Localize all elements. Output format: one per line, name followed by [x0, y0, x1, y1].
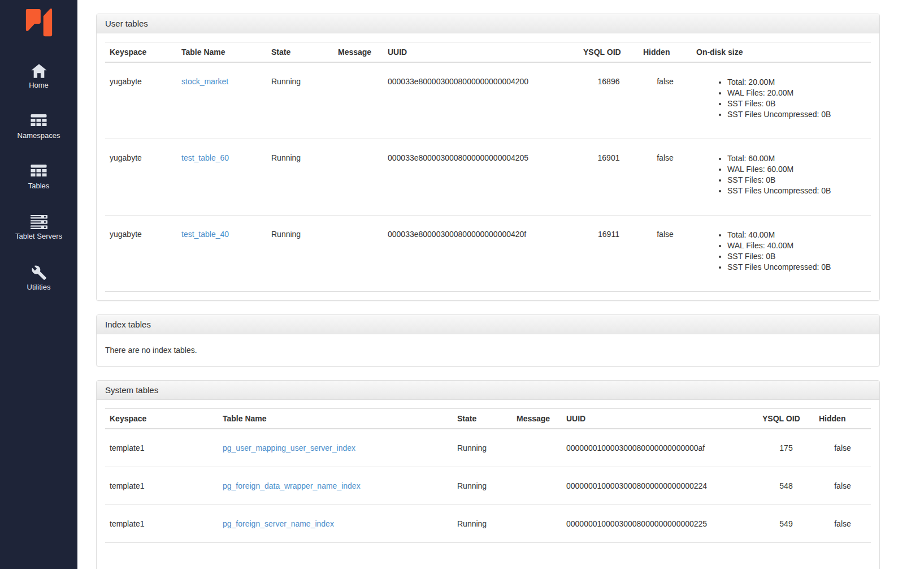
ysql-oid-cell: 16911 — [579, 215, 639, 292]
table-grid-icon — [30, 164, 47, 179]
keyspace-cell: template1 — [105, 505, 218, 543]
keyspace-cell: yugabyte — [105, 62, 177, 139]
uuid-cell: 00000001000030008000000000000225 — [562, 505, 758, 543]
system-tables-header: KeyspaceTable NameStateMessageUUIDYSQL O… — [105, 409, 871, 429]
table-name-link[interactable]: pg_foreign_server_name_index — [223, 519, 334, 528]
column-header: Hidden — [814, 409, 871, 429]
state-cell: Running — [267, 215, 333, 292]
table-name-cell: pg_foreign_server_name_index — [218, 505, 453, 543]
hidden-cell: false — [814, 505, 871, 543]
header-row: KeyspaceTable NameStateMessageUUIDYSQL O… — [105, 409, 871, 429]
sidebar-item-label: Tablet Servers — [15, 232, 62, 240]
yugabyte-logo[interactable] — [24, 8, 54, 38]
yugabyte-logo-icon — [24, 8, 54, 38]
column-header: Keyspace — [105, 409, 218, 429]
state-cell: Running — [453, 505, 512, 543]
column-header: UUID — [383, 42, 579, 63]
sidebar-item-label: Namespaces — [18, 132, 60, 139]
system-tables-panel-title: System tables — [97, 381, 879, 400]
table-row: template1 pg_foreign_data_wrapper_name_i… — [105, 467, 871, 505]
sidebar-item-namespaces[interactable]: Namespaces — [18, 114, 60, 139]
system-tables-body: template1 pg_user_mapping_user_server_in… — [105, 429, 871, 543]
on-disk-item: SST Files Uncompressed: 0B — [727, 262, 866, 273]
sidebar-item-home[interactable]: Home — [29, 63, 49, 89]
on-disk-item: Total: 40.00M — [727, 230, 866, 240]
sidebar-item-tables[interactable]: Tables — [28, 164, 50, 189]
message-cell — [512, 467, 562, 505]
hidden-cell: false — [639, 62, 692, 139]
wrench-icon — [31, 265, 47, 281]
on-disk-item: Total: 20.00M — [727, 77, 866, 88]
table-row: template1 pg_user_mapping_user_server_in… — [105, 429, 871, 467]
on-disk-size-list: Total: 40.00MWAL Files: 40.00MSST Files:… — [696, 230, 866, 273]
header-row: KeyspaceTable NameStateMessageUUIDYSQL O… — [105, 42, 871, 63]
keyspace-cell: template1 — [105, 467, 218, 505]
user-tables-body: yugabyte stock_market Running 000033e800… — [105, 62, 871, 292]
on-disk-size-cell: Total: 40.00MWAL Files: 40.00MSST Files:… — [692, 215, 871, 292]
table-name-link[interactable]: pg_user_mapping_user_server_index — [223, 443, 355, 452]
column-header: On-disk size — [692, 42, 871, 63]
column-header: YSQL OID — [579, 42, 639, 63]
sidebar-item-tablet-servers[interactable]: Tablet Servers — [15, 214, 62, 240]
user-tables-table: KeyspaceTable NameStateMessageUUIDYSQL O… — [105, 42, 871, 292]
keyspace-cell: yugabyte — [105, 215, 177, 292]
column-header: Keyspace — [105, 42, 177, 63]
index-tables-panel-body: There are no index tables. — [97, 334, 879, 366]
message-cell — [333, 215, 383, 292]
table-name-link[interactable]: stock_market — [181, 77, 228, 86]
hidden-cell: false — [814, 467, 871, 505]
index-tables-panel-title: Index tables — [97, 315, 879, 334]
user-tables-header: KeyspaceTable NameStateMessageUUIDYSQL O… — [105, 42, 871, 63]
on-disk-size-list: Total: 20.00MWAL Files: 20.00MSST Files:… — [696, 77, 866, 120]
on-disk-item: Total: 60.00M — [727, 153, 866, 164]
user-tables-panel-body: KeyspaceTable NameStateMessageUUIDYSQL O… — [97, 33, 879, 300]
column-header: State — [453, 409, 512, 429]
sidebar-item-label: Home — [29, 81, 49, 89]
on-disk-item: WAL Files: 20.00M — [727, 88, 866, 98]
on-disk-size-list: Total: 60.00MWAL Files: 60.00MSST Files:… — [696, 153, 866, 196]
column-header: UUID — [562, 409, 758, 429]
ysql-oid-cell: 548 — [758, 467, 814, 505]
table-row: yugabyte test_table_60 Running 000033e80… — [105, 139, 871, 215]
on-disk-item: WAL Files: 60.00M — [727, 164, 866, 175]
hidden-cell: false — [639, 215, 692, 292]
main-content: User tables KeyspaceTable NameStateMessa… — [77, 0, 924, 569]
state-cell: Running — [267, 62, 333, 139]
sidebar: Home Namespaces Tables — [0, 0, 77, 569]
on-disk-item: SST Files Uncompressed: 0B — [727, 109, 866, 120]
sidebar-item-label: Utilities — [27, 283, 51, 291]
user-tables-panel: User tables KeyspaceTable NameStateMessa… — [96, 14, 880, 301]
hidden-cell: false — [814, 429, 871, 467]
table-name-cell: pg_foreign_data_wrapper_name_index — [218, 467, 453, 505]
column-header: Table Name — [177, 42, 267, 63]
uuid-cell: 000000010000300080000000000000af — [562, 429, 758, 467]
table-name-cell: test_table_60 — [177, 139, 267, 215]
state-cell: Running — [453, 429, 512, 467]
index-tables-empty-message: There are no index tables. — [105, 339, 871, 361]
column-header: Message — [333, 42, 383, 63]
keyspace-cell: template1 — [105, 429, 218, 467]
table-name-cell: test_table_40 — [177, 215, 267, 292]
column-header: Hidden — [639, 42, 692, 63]
ysql-oid-cell: 16896 — [579, 62, 639, 139]
column-header: Message — [512, 409, 562, 429]
state-cell: Running — [453, 467, 512, 505]
on-disk-item: SST Files: 0B — [727, 98, 866, 109]
column-header: Table Name — [218, 409, 453, 429]
ysql-oid-cell: 16901 — [579, 139, 639, 215]
uuid-cell: 000033e8000030008000000000004200 — [383, 62, 579, 139]
keyspace-cell: yugabyte — [105, 139, 177, 215]
ysql-oid-cell: 549 — [758, 505, 814, 543]
message-cell — [333, 62, 383, 139]
system-tables-table: KeyspaceTable NameStateMessageUUIDYSQL O… — [105, 408, 871, 543]
system-tables-panel: System tables KeyspaceTable NameStateMes… — [96, 380, 880, 569]
on-disk-size-cell: Total: 20.00MWAL Files: 20.00MSST Files:… — [692, 62, 871, 139]
column-header: State — [267, 42, 333, 63]
table-name-link[interactable]: test_table_60 — [181, 153, 229, 162]
servers-icon — [30, 214, 48, 230]
message-cell — [512, 505, 562, 543]
uuid-cell: 000033e8000030008000000000004205 — [383, 139, 579, 215]
table-name-link[interactable]: test_table_40 — [181, 230, 229, 239]
sidebar-item-utilities[interactable]: Utilities — [27, 265, 51, 291]
table-name-link[interactable]: pg_foreign_data_wrapper_name_index — [223, 481, 361, 490]
